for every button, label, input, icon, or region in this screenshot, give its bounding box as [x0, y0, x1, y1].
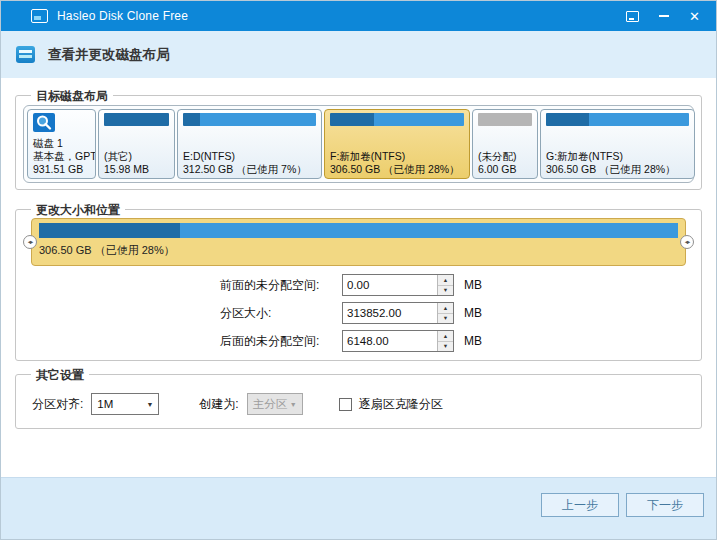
free-segment: [374, 113, 464, 126]
next-button[interactable]: 下一步: [626, 493, 704, 517]
unallocated-segment: [478, 113, 532, 126]
disk-icon: [33, 113, 55, 132]
window-controls: ✕: [617, 1, 710, 31]
resize-right-handle[interactable]: ◂▸: [680, 235, 694, 249]
close-icon: ✕: [689, 10, 700, 23]
partition-resizer: ◂▸ 306.50 GB （已使用 28%） ◂▸: [23, 218, 694, 266]
title-bar: Hasleo Disk Clone Free ✕: [1, 1, 716, 31]
partition-size-spinbox: ▲ ▼: [342, 302, 454, 324]
partition-size-unit: MB: [464, 306, 482, 320]
page-header: 查看并更改磁盘布局: [1, 31, 716, 78]
other-settings-legend: 其它设置: [31, 367, 89, 383]
minimize-icon: [659, 15, 669, 17]
partition-label: G:新加卷(NTFS): [546, 150, 689, 163]
partition-tile-1[interactable]: (其它)15.98 MB: [98, 109, 175, 179]
size-fields: 前面的未分配空间: ▲ ▼ MB 分区大小:: [220, 274, 482, 358]
create-as-label: 创建为:: [199, 396, 238, 413]
partition-size: 6.00 GB: [478, 163, 532, 176]
partition-tile-4[interactable]: (未分配)6.00 GB: [472, 109, 538, 179]
resize-legend: 更改大小和位置: [31, 202, 125, 218]
app-window: Hasleo Disk Clone Free ✕ 查看并更改磁盘布局 目标磁盘布…: [0, 0, 717, 540]
free-segment: [589, 113, 689, 126]
create-as-value: 主分区: [253, 397, 288, 412]
target-layout-group: 目标磁盘布局 磁盘 1 基本盘，GPT 931.51 GB (其它)15.98 …: [15, 95, 702, 190]
create-as-dropdown: 主分区 ▼: [247, 393, 303, 415]
usage-bar: [546, 113, 689, 126]
partition-align-value: 1M: [97, 398, 113, 410]
resize-selected-area[interactable]: 306.50 GB （已使用 28%）: [31, 218, 686, 266]
disk-name: 磁盘 1: [33, 137, 90, 150]
minimize-button[interactable]: [648, 1, 679, 31]
wizard-buttons: 上一步 下一步: [541, 493, 704, 517]
partition-label: (未分配): [478, 150, 532, 163]
back-button[interactable]: 上一步: [541, 493, 619, 517]
chevron-down-icon: ▼: [290, 401, 297, 408]
usage-used-segment: [39, 223, 180, 238]
used-segment: [183, 113, 200, 126]
resize-usage-bar: [39, 223, 678, 238]
partition-size: 312.50 GB （已使用 7%）: [183, 163, 316, 176]
resize-group: 更改大小和位置 ◂▸ 306.50 GB （已使用 28%） ◂▸ 前面的未分配…: [15, 209, 702, 361]
partition-align-dropdown[interactable]: 1M ▼: [91, 393, 159, 415]
space-after-spinbox: ▲ ▼: [342, 330, 454, 352]
sector-clone-label: 逐扇区克隆分区: [359, 396, 443, 413]
sector-clone-checkbox[interactable]: [339, 398, 352, 411]
partition-label: E:D(NTFS): [183, 150, 316, 163]
usage-bar: [183, 113, 316, 126]
close-button[interactable]: ✕: [679, 1, 710, 31]
spin-down-icon[interactable]: ▼: [438, 286, 453, 296]
window-title: Hasleo Disk Clone Free: [57, 9, 188, 23]
spin-up-icon[interactable]: ▲: [438, 331, 453, 342]
field-row-space-before: 前面的未分配空间: ▲ ▼ MB: [220, 274, 482, 296]
partition-tile-5[interactable]: G:新加卷(NTFS)306.50 GB （已使用 28%）: [540, 109, 695, 179]
usage-bar: [330, 113, 464, 126]
partition-size: 306.50 GB （已使用 28%）: [330, 163, 464, 176]
app-icon: [31, 9, 48, 23]
partition-align-label: 分区对齐:: [32, 396, 83, 413]
spin-down-icon[interactable]: ▼: [438, 314, 453, 324]
partition-label: (其它): [104, 150, 169, 163]
other-settings-group: 其它设置 分区对齐: 1M ▼ 创建为: 主分区 ▼ 逐扇区克隆分区: [15, 374, 702, 429]
page-title: 查看并更改磁盘布局: [48, 46, 170, 64]
resize-size-label: 306.50 GB （已使用 28%）: [39, 243, 678, 258]
space-after-spin-buttons: ▲ ▼: [437, 331, 453, 351]
chevron-down-icon: ▼: [146, 401, 153, 408]
field-row-partition-size: 分区大小: ▲ ▼ MB: [220, 302, 482, 324]
used-segment: [104, 113, 169, 126]
partition-tile-3[interactable]: F:新加卷(NTFS)306.50 GB （已使用 28%）: [324, 109, 470, 179]
spin-down-icon[interactable]: ▼: [438, 342, 453, 352]
disk-info-tile[interactable]: 磁盘 1 基本盘，GPT 931.51 GB: [27, 109, 96, 179]
disk-type: 基本盘，GPT: [33, 150, 90, 163]
space-before-spinbox: ▲ ▼: [342, 274, 454, 296]
used-segment: [330, 113, 374, 126]
space-before-input[interactable]: [343, 275, 437, 295]
partition-size: 15.98 MB: [104, 163, 169, 176]
partition-size-input[interactable]: [343, 303, 437, 323]
space-before-label: 前面的未分配空间:: [220, 277, 342, 294]
window-popup-icon: [626, 11, 639, 22]
usage-bar: [478, 113, 532, 126]
spin-up-icon[interactable]: ▲: [438, 303, 453, 314]
space-after-label: 后面的未分配空间:: [220, 333, 342, 350]
partition-label: F:新加卷(NTFS): [330, 150, 464, 163]
window-popup-button[interactable]: [617, 1, 648, 31]
disk-layout-icon: [16, 46, 35, 63]
partition-size: 306.50 GB （已使用 28%）: [546, 163, 689, 176]
partition-strip: 磁盘 1 基本盘，GPT 931.51 GB (其它)15.98 MBE:D(N…: [23, 105, 694, 183]
target-layout-legend: 目标磁盘布局: [31, 88, 113, 104]
resize-left-handle[interactable]: ◂▸: [23, 235, 37, 249]
used-segment: [546, 113, 589, 126]
space-after-unit: MB: [464, 334, 482, 348]
partition-size-spin-buttons: ▲ ▼: [437, 303, 453, 323]
disk-size: 931.51 GB: [33, 163, 90, 176]
usage-free-segment: [180, 223, 678, 238]
space-after-input[interactable]: [343, 331, 437, 351]
field-row-space-after: 后面的未分配空间: ▲ ▼ MB: [220, 330, 482, 352]
main-content: 目标磁盘布局 磁盘 1 基本盘，GPT 931.51 GB (其它)15.98 …: [1, 95, 716, 429]
partition-size-label: 分区大小:: [220, 305, 342, 322]
usage-bar: [104, 113, 169, 126]
free-segment: [200, 113, 316, 126]
partition-tile-2[interactable]: E:D(NTFS)312.50 GB （已使用 7%）: [177, 109, 322, 179]
other-settings-row: 分区对齐: 1M ▼ 创建为: 主分区 ▼ 逐扇区克隆分区: [32, 393, 443, 415]
spin-up-icon[interactable]: ▲: [438, 275, 453, 286]
